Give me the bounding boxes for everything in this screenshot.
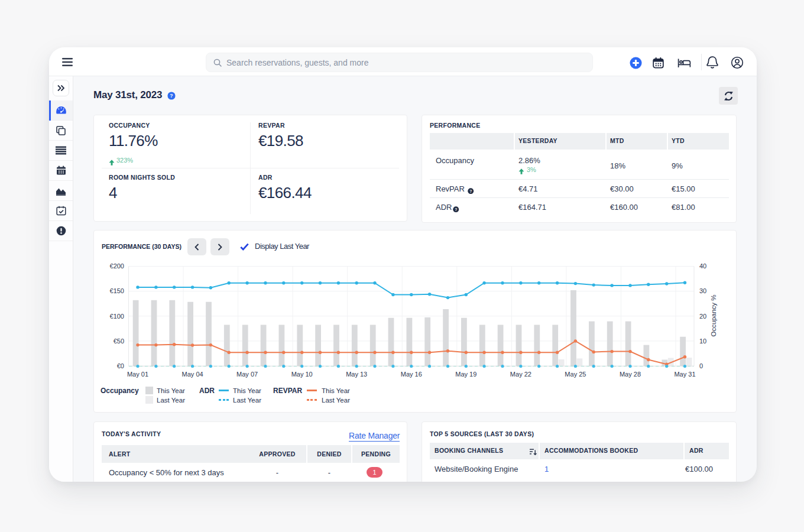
svg-text:€50: €50 bbox=[114, 338, 124, 345]
svg-text:20: 20 bbox=[699, 313, 706, 320]
svg-text:€150: €150 bbox=[110, 287, 124, 294]
svg-text:May 10: May 10 bbox=[291, 371, 313, 378]
svg-text:May 16: May 16 bbox=[401, 371, 422, 378]
svg-text:€100: €100 bbox=[110, 313, 124, 320]
svg-text:0: 0 bbox=[699, 362, 703, 369]
svg-text:May 31: May 31 bbox=[674, 371, 695, 378]
svg-text:May 19: May 19 bbox=[455, 371, 476, 378]
svg-text:40: 40 bbox=[699, 262, 706, 270]
svg-text:May 07: May 07 bbox=[236, 371, 258, 378]
svg-text:May 13: May 13 bbox=[346, 371, 367, 378]
svg-text:May 25: May 25 bbox=[565, 371, 586, 378]
svg-text:May 22: May 22 bbox=[510, 371, 531, 378]
svg-text:May 28: May 28 bbox=[620, 371, 641, 378]
svg-text:?: ? bbox=[170, 93, 173, 99]
svg-text:€200: €200 bbox=[110, 262, 124, 270]
svg-text:30: 30 bbox=[699, 287, 706, 294]
svg-text:10: 10 bbox=[699, 338, 706, 345]
svg-text:May 04: May 04 bbox=[182, 371, 203, 378]
svg-text:?: ? bbox=[469, 189, 472, 193]
svg-text:€0: €0 bbox=[117, 362, 124, 369]
svg-text:May 01: May 01 bbox=[127, 371, 148, 378]
svg-text:?: ? bbox=[455, 207, 457, 211]
svg-text:Occupancy %: Occupancy % bbox=[710, 295, 717, 337]
